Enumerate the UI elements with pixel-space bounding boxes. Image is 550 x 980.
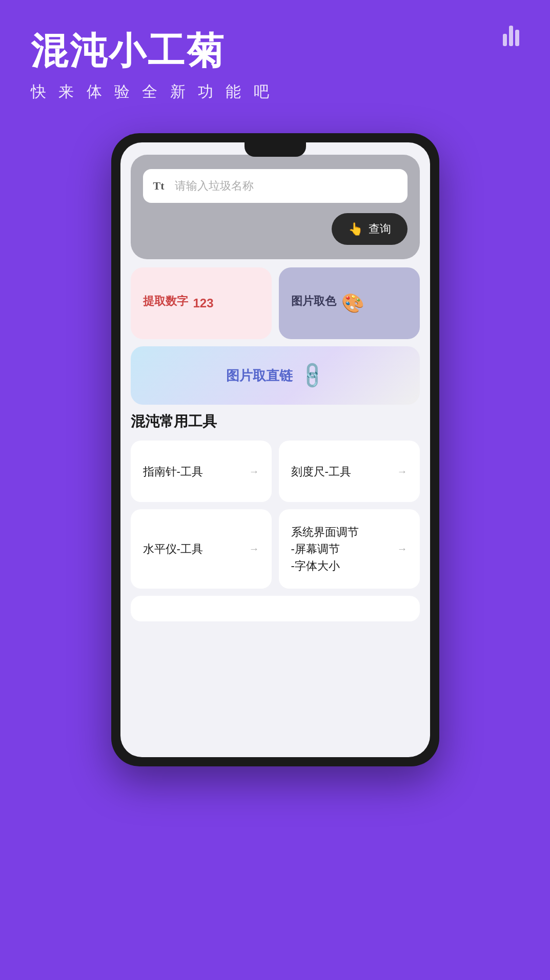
- phone-screen: Tt 请输入垃圾名称 👆 查询 提取数字 123: [120, 142, 430, 757]
- tool-system-arrow: →: [397, 543, 408, 555]
- tool-ruler[interactable]: 刻度尺-工具 →: [279, 441, 420, 502]
- tool-ruler-label: 刻度尺-工具: [291, 463, 351, 480]
- tools-section: 混沌常用工具 指南针-工具 → 刻度尺-工具 → 水平仪-工具 →: [131, 412, 420, 621]
- tool-compass-arrow: →: [249, 466, 259, 477]
- image-color-card[interactable]: 图片取色 🎨: [279, 267, 420, 339]
- tool-system[interactable]: 系统界面调节 -屏幕调节 -字体大小 →: [279, 509, 420, 589]
- extract-number-label: 提取数字: [143, 294, 188, 309]
- tool-level[interactable]: 水平仪-工具 →: [131, 509, 272, 589]
- finger-icon: 👆: [348, 222, 363, 236]
- tool-level-label: 水平仪-工具: [143, 540, 203, 557]
- tool-compass[interactable]: 指南针-工具 →: [131, 441, 272, 502]
- search-widget: Tt 请输入垃圾名称 👆 查询: [131, 155, 420, 259]
- phone-container: Tt 请输入垃圾名称 👆 查询 提取数字 123: [0, 133, 550, 766]
- app-title: 混沌小工菊: [31, 31, 519, 71]
- tools-section-title: 混沌常用工具: [131, 412, 420, 431]
- search-button-label: 查询: [369, 221, 391, 237]
- tt-icon: Tt: [153, 179, 169, 193]
- search-input-container[interactable]: Tt 请输入垃圾名称: [143, 169, 408, 203]
- search-input-placeholder: 请输入垃圾名称: [175, 178, 254, 194]
- tool-card-partial: [131, 596, 420, 621]
- header: 混沌小工菊 快 来 体 验 全 新 功 能 吧: [0, 0, 550, 123]
- extract-number-icon: 123: [193, 296, 214, 310]
- tools-grid: 指南针-工具 → 刻度尺-工具 → 水平仪-工具 → 系统界面调节 -屏幕调节 …: [131, 441, 420, 589]
- image-link-label: 图片取直链: [226, 367, 293, 385]
- chart-bars-icon: [503, 26, 519, 46]
- phone-mockup: Tt 请输入垃圾名称 👆 查询 提取数字 123: [111, 133, 439, 766]
- phone-notch: [245, 142, 306, 157]
- search-button-row: 👆 查询: [143, 213, 408, 245]
- extract-number-card[interactable]: 提取数字 123: [131, 267, 272, 339]
- tool-compass-label: 指南针-工具: [143, 463, 203, 480]
- palette-icon: 🎨: [341, 293, 364, 314]
- feature-cards-row: 提取数字 123 图片取色 🎨: [131, 267, 420, 339]
- search-button[interactable]: 👆 查询: [332, 213, 408, 245]
- image-link-card[interactable]: 图片取直链 🔗: [131, 346, 420, 405]
- tool-system-label: 系统界面调节 -屏幕调节 -字体大小: [291, 524, 359, 574]
- app-subtitle: 快 来 体 验 全 新 功 能 吧: [31, 81, 519, 102]
- tool-level-arrow: →: [249, 543, 259, 555]
- image-color-label: 图片取色: [291, 294, 336, 309]
- link-icon: 🔗: [297, 360, 329, 391]
- tool-ruler-arrow: →: [397, 466, 408, 477]
